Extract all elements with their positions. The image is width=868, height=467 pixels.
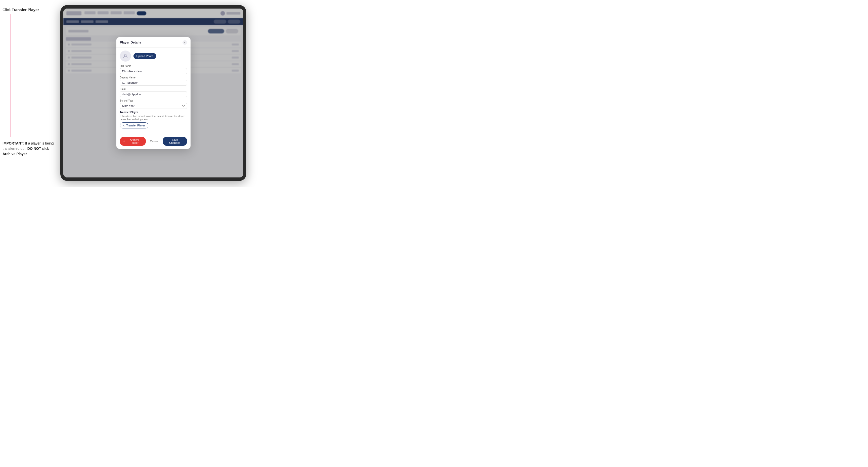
transfer-section-title: Transfer Player [120, 111, 187, 114]
modal-title: Player Details [120, 40, 141, 44]
email-group: Email [120, 88, 187, 97]
transfer-player-section: Transfer Player If this player has moved… [120, 111, 187, 129]
school-year-group: School Year First Year Second Year Third… [120, 99, 187, 109]
instructions-top: Click Transfer Player [2, 7, 60, 16]
svg-point-3 [124, 54, 126, 56]
tablet-outer: Player Details × [60, 5, 246, 181]
upload-photo-button[interactable]: Upload Photo [133, 53, 156, 59]
transfer-player-bold: Transfer Player [12, 7, 39, 12]
full-name-label: Full Name [120, 65, 187, 67]
instructions-bottom: IMPORTANT: If a player is being transfer… [2, 141, 60, 157]
modal-overlay: Player Details × [63, 8, 243, 178]
avatar-upload-row: Upload Photo [120, 51, 187, 62]
player-details-modal: Player Details × [116, 37, 190, 149]
modal-close-button[interactable]: × [183, 40, 187, 45]
save-changes-button[interactable]: Save Changes [163, 137, 187, 146]
display-name-label: Display Name [120, 76, 187, 79]
school-year-label: School Year [120, 99, 187, 102]
click-transfer-label: Click Transfer Player [2, 7, 60, 12]
display-name-group: Display Name [120, 76, 187, 86]
archive-player-button[interactable]: ⬇ Archive Player [120, 137, 146, 146]
full-name-group: Full Name [120, 65, 187, 74]
do-not-label: DO NOT [27, 147, 41, 151]
email-label: Email [120, 88, 187, 91]
archive-icon: ⬇ [123, 140, 125, 143]
display-name-input[interactable] [120, 80, 187, 86]
school-year-select[interactable]: First Year Second Year Third Year Fourth… [120, 103, 187, 109]
important-label: IMPORTANT [2, 141, 23, 145]
modal-header: Player Details × [116, 37, 190, 48]
tablet-device: Player Details × [60, 5, 246, 181]
transfer-player-button[interactable]: ↻ Transfer Player [120, 122, 149, 128]
full-name-input[interactable] [120, 68, 187, 74]
tablet-screen: Player Details × [63, 8, 243, 178]
modal-body: Upload Photo Full Name Display Name [116, 48, 190, 134]
email-input[interactable] [120, 91, 187, 97]
refresh-icon: ↻ [123, 124, 125, 127]
archive-player-label: Archive Player [2, 152, 27, 156]
person-icon [123, 53, 128, 59]
transfer-section-description: If this player has moved to another scho… [120, 114, 187, 121]
avatar-circle [120, 51, 131, 62]
cancel-button[interactable]: Cancel [148, 138, 160, 144]
modal-footer: ⬇ Archive Player Cancel Save Changes [116, 134, 190, 149]
